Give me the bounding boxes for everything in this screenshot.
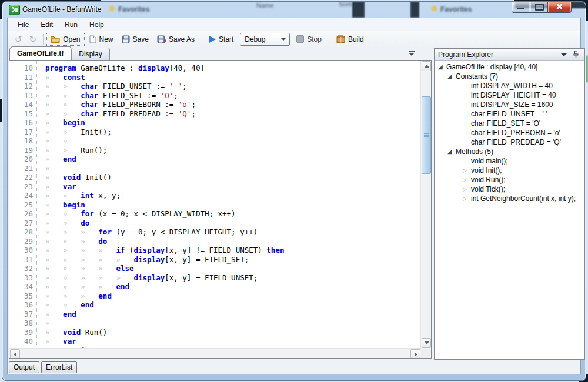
minimize-button[interactable]	[512, 2, 530, 13]
scroll-up-button[interactable]	[422, 61, 431, 71]
save-button[interactable]: Save	[118, 33, 153, 46]
arrow-up-icon	[425, 65, 429, 68]
chevron-down-icon[interactable]	[561, 53, 567, 56]
stop-button[interactable]: Stop	[292, 33, 326, 46]
tree-item[interactable]: char FIELD_UNSET = ' '	[435, 109, 584, 119]
editor-tab-display[interactable]: Display	[71, 48, 109, 60]
build-button[interactable]: Build	[332, 33, 368, 46]
tree-item[interactable]: ◢Methods (5)	[435, 147, 584, 156]
tree-item[interactable]: ◢GameOfLife : display [40, 40]	[435, 62, 584, 72]
tab-marker-icon: »	[45, 219, 63, 227]
bottom-tab-output[interactable]: Output	[9, 361, 39, 373]
program-explorer-tree: ◢GameOfLife : display [40, 40]◢Constants…	[435, 61, 584, 203]
line-number: 28	[9, 227, 38, 237]
vertical-scrollbar[interactable]	[420, 61, 431, 349]
code-token: 'Q'	[178, 109, 192, 118]
toolbar-separator	[202, 34, 202, 45]
menu-item-edit[interactable]: Edit	[35, 19, 59, 31]
code-text: » » » do	[38, 237, 107, 246]
new-button[interactable]: New	[85, 33, 118, 46]
tree-item[interactable]: void main();	[435, 156, 584, 166]
tree-item[interactable]: int DISPLAY_HEIGHT = 40	[435, 91, 584, 100]
scroll-down-button[interactable]	[422, 338, 431, 348]
menu-item-file[interactable]: File	[12, 19, 35, 31]
tree-item[interactable]: int DISPLAY_WIDTH = 40	[435, 81, 584, 91]
bottom-tab-errorlist[interactable]: ErrorList	[41, 361, 77, 373]
build-label: Build	[348, 35, 364, 43]
expanded-arrow-icon[interactable]: ◢	[447, 72, 456, 81]
maximize-button[interactable]	[530, 2, 548, 13]
menu-item-help[interactable]: Help	[83, 19, 110, 31]
pin-icon[interactable]	[573, 51, 579, 61]
title-bar[interactable]: Favorites Name Sorti Favorites GameOfLif…	[2, 2, 586, 18]
code-token: char	[81, 100, 98, 109]
code-text: » » » end	[38, 291, 112, 301]
tab-marker-icon: »	[63, 273, 81, 282]
tree-item-label: int DISPLAY_WIDTH = 40	[471, 81, 553, 91]
code-editor[interactable]: 10program GameOfLife : display[40, 40]11…	[9, 61, 421, 349]
app-icon	[9, 5, 20, 15]
code-text: » var	[38, 337, 76, 346]
scroll-right-button[interactable]	[410, 349, 420, 358]
tree-item[interactable]: char FIELD_PREDEAD = 'Q'	[435, 138, 584, 147]
code-line: 22» void Init()	[9, 173, 421, 182]
open-button[interactable]: Open	[46, 33, 84, 46]
start-label: Start	[219, 35, 233, 43]
program-explorer-header[interactable]: Program Explorer	[435, 49, 584, 61]
tab-marker-icon: »	[63, 100, 81, 109]
collapsed-arrow-icon[interactable]: ▷	[463, 194, 471, 203]
tree-item[interactable]: char FIELD_PREBORN = 'o'	[435, 128, 584, 138]
undo-icon[interactable]: ↺	[11, 34, 26, 45]
code-token: end	[116, 282, 129, 291]
line-number: 29	[9, 237, 38, 246]
expanded-arrow-icon[interactable]: ◢	[447, 147, 456, 156]
run-mode-select[interactable]: Debug	[240, 33, 290, 46]
code-token: (x = 0; x < DISPLAY_WIDTH; x++)	[94, 209, 236, 218]
code-token: begin	[63, 118, 85, 127]
code-token: end	[81, 300, 94, 309]
tab-marker-icon: »	[45, 328, 63, 337]
client-area: FileEditRunHelp ↺ ↻ Open New	[7, 18, 581, 374]
code-text: » »	[38, 136, 81, 146]
tab-marker-icon: »	[63, 191, 81, 200]
code-text: » var	[38, 182, 76, 192]
line-number: 27	[9, 219, 38, 228]
tree-item[interactable]: ▷void Run();	[435, 175, 584, 185]
tab-marker-icon: »	[81, 282, 98, 291]
tab-list-dropdown-icon[interactable]	[409, 51, 416, 57]
tab-marker-icon: »	[45, 282, 63, 291]
scroll-left-button[interactable]	[10, 349, 20, 358]
line-number: 15	[9, 109, 38, 119]
horizontal-scrollbar[interactable]	[9, 348, 421, 358]
collapsed-arrow-icon[interactable]: ▷	[463, 166, 471, 175]
redo-icon[interactable]: ↻	[26, 34, 41, 45]
menu-item-run[interactable]: Run	[59, 19, 83, 31]
code-line: 23» var	[9, 182, 421, 192]
code-text: » » » for (y = 0; y < DISPLAY_HEIGHT; y+…	[38, 227, 258, 237]
tab-marker-icon: »	[63, 109, 81, 118]
tree-item[interactable]: ▷int GetNeighborCount(int x, int y);	[435, 194, 584, 203]
collapsed-arrow-icon[interactable]: ▷	[463, 185, 471, 194]
tree-item[interactable]: ▷void Tick();	[435, 185, 584, 194]
tree-item[interactable]: ◢Constants (7)	[435, 72, 584, 81]
tree-item[interactable]: int DISPLAY_SIZE = 1600	[435, 100, 584, 109]
tree-item[interactable]: ▷void Init();	[435, 166, 584, 175]
editor-tab-gameoflife-tf[interactable]: GameOfLife.tf	[9, 46, 71, 60]
code-text: » end	[38, 155, 76, 164]
thumb-grip	[424, 133, 429, 135]
collapsed-arrow-icon[interactable]: ▷	[463, 175, 471, 185]
save-as-icon	[157, 35, 166, 43]
tree-item[interactable]: char FIELD_SET = 'O'	[435, 119, 584, 128]
code-text: » » for (x = 0; x < DISPLAY_WIDTH; x++)	[38, 209, 236, 219]
code-line: 24» » int x, y;	[9, 191, 421, 200]
code-token: 'O'	[161, 91, 174, 100]
close-button[interactable]	[548, 2, 572, 13]
open-label: Open	[63, 35, 80, 43]
code-text: program GameOfLife : display[40, 40]	[38, 63, 205, 73]
code-token: const	[63, 73, 85, 82]
save-as-button[interactable]: Save As	[153, 33, 199, 46]
start-button[interactable]: Start	[205, 33, 238, 46]
expanded-arrow-icon[interactable]: ◢	[438, 62, 446, 72]
vertical-scroll-thumb[interactable]	[422, 96, 431, 174]
tab-marker-icon: »	[63, 209, 81, 218]
